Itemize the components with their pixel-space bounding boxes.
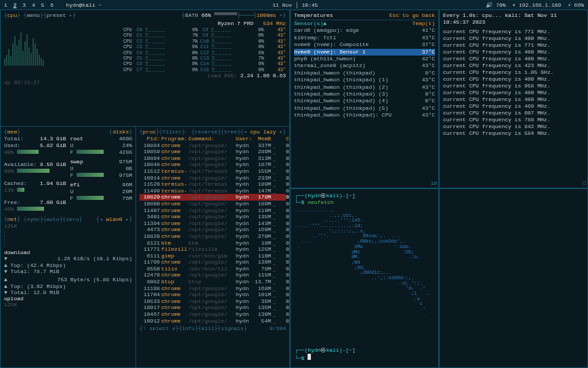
btop-pane[interactable]: ┤cpu├ ┤menu├┤preset ▸├ ┤BAT0 66% ▀▀▀▀▀▀▀… [0,9,290,368]
terminal-pane[interactable]: ┌──(hydn㉿kali)-[~] └─$ neofetch ........… [290,188,439,368]
table-row[interactable]: 11796chrome/opt/google/hydn139M⣀0.0 [140,259,286,266]
table-row[interactable]: 8121btmbtmhydn18M⣀0.0 [140,240,286,247]
speaker-icon: 🔊 [486,2,492,8]
list-item[interactable]: thinkpad_hwmon (thinkpad) (5)43°C [294,105,435,112]
table-row[interactable]: 11520termius-/opt/Termiushydn189M⣀0.0 [140,181,286,188]
workspace-switcher[interactable]: 1 2 3 4 5 6 hydn@kali ~ [4,2,104,8]
table-row[interactable]: 10884chrome/opt/google/hydn337M⣀0.0 [140,142,286,149]
neofetch-overflow-pane [439,188,588,368]
table-row[interactable]: 10820chrome/opt/google/hydn270M⣀0.0 [140,233,286,240]
scroll-indicator: ▢ [583,180,586,186]
table-row[interactable]: 6111gimp/usr/bin/gimhydn110M⣀0.0 [140,253,286,260]
proc-section[interactable]: ┤proc├┤filter├┤reverse├┤tree├┤◂ cpu lazy… [136,127,289,367]
kali-logo-ascii: .............. ..,;:ccc,. ......''';lxO.… [295,208,432,344]
cpu-graph [4,28,119,66]
table-row[interactable]: 10917chrome/opt/google/hydn135M⣀0.0 [140,304,286,311]
list-item[interactable]: phy0 (ath11k_hwmon)42°C [294,56,435,62]
table-row[interactable]: 11407chrome/opt/google/hydn119M⣀0.0 [140,207,286,214]
table-row[interactable]: 4473chrome/opt/google/hydn169M⣀0.0 [140,226,286,233]
table-row[interactable]: 10467chrome/opt/google/hydn130M⣀0.0 [140,311,286,318]
table-row[interactable]: 11198chrome/opt/google/hydn168M⣀0.0 [140,285,286,292]
list-item[interactable]: thinkpad_hwmon (thinkpad)0°C [294,70,435,77]
table-row[interactable]: 8082btopbtophydn13.7M⣀0.0 [140,279,286,285]
table-row[interactable]: 10829chrome/opt/google/hydn178M⣀0.0 [140,194,286,201]
list-item[interactable]: thinkpad_hwmon (thinkpad) (3)0°C [294,91,435,98]
list-item[interactable]: nvme0 (nvme): Composite37°C [294,41,435,48]
list-item[interactable]: thinkpad_hwmon (thinkpad) (4)0°C [294,98,435,104]
upload-icon: ▲ [4,277,7,283]
user-label: hydn@kali ~ [66,2,102,8]
table-row[interactable]: 10859chrome/opt/google/hydn289M⣀0.0 [140,148,286,155]
table-row[interactable]: 11499termius-/opt/Termiushydn147M⣀0.0 [140,188,286,195]
table-row[interactable]: 3401chrome/opt/google/hydn135M⣀0.0 [140,213,286,220]
table-row[interactable]: 10533chrome/opt/google/hydn35M⣀0.0 [140,298,286,305]
list-item[interactable]: thinkpad_hwmon (thinkpad) (2)43°C [294,84,435,91]
table-row[interactable]: 10848chrome/opt/google/hydn187M⣀0.0 [140,161,286,168]
scroll-indicator: 10 [430,180,437,186]
download-icon: ▼ [4,255,7,262]
list-item[interactable]: thinkpad_hwmon (thinkpad) (1)43°C [294,77,435,83]
battery-icon: ⚡ [568,2,571,8]
list-item[interactable]: nvme0 (nvme): Sensor 137°C [294,49,435,56]
table-row[interactable]: 10894chrome/opt/google/hydn313M⣀0.0 [140,155,286,162]
table-row[interactable]: 8550tilix/usr/bin/tilhydn78M⣀0.0 [140,266,286,272]
wifi-icon: ▾ [512,2,516,8]
list-item[interactable]: thermal_zone0 (acpitz)43°C [294,62,435,69]
list-item[interactable]: card0 (amdgpu): edge41°C [294,27,435,34]
table-row[interactable]: 10800chrome/opt/google/hydn189M⣀0.0 [140,201,286,207]
status-right: 🔊 70% ▾ 192.168.1.109 ⚡ 66% [486,2,584,8]
watch-pane[interactable]: Every 1.0s: cpu... kali: Sat Nov 11 10:4… [439,9,588,188]
table-row[interactable]: 11771filezillfilezillahydn125M⣀0.0 [140,246,286,253]
net-graph-dl [4,231,132,247]
table-row[interactable]: 10912chrome/opt/google/hydn54M⣀0.0 [140,318,286,325]
cursor [308,354,311,360]
clock: 11 Nov │ 10:45 [272,2,318,8]
proc-header: Pid:Program:Command:User:MemBCpu% [140,136,286,142]
table-row[interactable]: 11704chrome/opt/google/hydn101M⣀0.0 [140,291,286,298]
list-item[interactable]: thinkpad_hwmon (thinkpad): CPU43°C [294,112,435,119]
table-row[interactable]: 12479chrome/opt/google/hydn115M⣀0.0 [140,272,286,279]
table-row[interactable]: 11512termius-/opt/Termiushydn155M⣀0.7 [140,168,286,175]
list-item[interactable]: k10temp: Tctl43°C [294,35,435,41]
top-bar: 1 2 3 4 5 6 hydn@kali ~ 11 Nov │ 10:45 🔊… [0,0,588,9]
sensors-pane[interactable]: Temperatures Esc to go back Sensor(s)▲Te… [290,9,439,188]
mem-section: ┤mem├┤disks├ Total:14.3 GiB Used:5.82 Gi… [1,127,136,367]
table-row[interactable]: 11394chrome/opt/google/hydn143M⣀0.0 [140,220,286,227]
table-row[interactable]: 10914chrome/opt/google/hydn233M⣀0.0 [140,175,286,182]
